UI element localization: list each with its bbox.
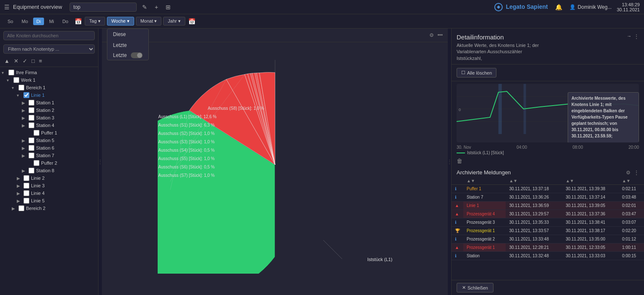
col-start[interactable]: ▲▼ — [506, 177, 562, 185]
splitter-right[interactable]: ⋮ — [448, 28, 451, 295]
tree-item-linie3[interactable]: ▶ Linie 3 — [0, 182, 98, 189]
uncheck-all-icon[interactable]: □ — [31, 57, 36, 65]
period-woche[interactable]: Woche ▾ — [107, 17, 134, 26]
letzte-toggle[interactable] — [131, 52, 143, 58]
chevron-bereich1[interactable]: ▾ — [12, 85, 17, 90]
checkbox-linie5[interactable] — [23, 198, 29, 204]
chevron-station2[interactable]: ▶ — [22, 108, 27, 113]
table-row[interactable]: ℹ Station 30.11.2021, 13:32:48 30.11.202… — [452, 252, 644, 260]
col-duration[interactable]: ▲▼ — [619, 177, 644, 185]
sort-icon[interactable]: ▲ — [3, 57, 10, 65]
splitter[interactable]: ⋮ — [99, 28, 102, 295]
tree-item-puffer1[interactable]: Puffer 1 — [0, 129, 98, 137]
edit-icon[interactable]: ✎ — [140, 3, 149, 11]
checkbox-linie1[interactable] — [23, 92, 29, 98]
delete-icon[interactable]: 🗑 — [457, 158, 462, 164]
checkbox-station6[interactable] — [29, 145, 34, 151]
chevron-station4[interactable]: ▶ — [22, 123, 27, 128]
checkbox-station1[interactable] — [29, 100, 34, 106]
chevron-linie1[interactable]: ▾ — [17, 93, 22, 98]
day-so[interactable]: So — [4, 18, 16, 25]
chevron-station6[interactable]: ▶ — [22, 146, 27, 150]
tree-item-station5[interactable]: ▶ Station 5 — [0, 137, 98, 144]
tree-item-station4[interactable]: ▶ Station 4 — [0, 122, 98, 129]
chevron-station3[interactable]: ▶ — [22, 116, 27, 120]
checkbox-linie4[interactable] — [23, 190, 29, 196]
checkbox-werk1[interactable] — [13, 77, 19, 83]
chevron-station5[interactable]: ▶ — [22, 138, 27, 143]
right-panel-more-icon[interactable]: ⋮ — [634, 34, 639, 39]
chevron-station1[interactable]: ▶ — [22, 101, 27, 105]
checkbox-station7[interactable] — [29, 153, 34, 158]
bell-icon[interactable]: 🔔 — [553, 3, 564, 11]
tree-item-station7[interactable]: ▶ Station 7 — [0, 152, 98, 159]
tree-item-linie2[interactable]: ▶ Linie 2 — [0, 174, 98, 182]
add-icon[interactable]: + — [153, 3, 160, 11]
table-row[interactable]: ℹ Station 7 30.11.2021, 13:36:26 30.11.2… — [452, 193, 644, 202]
chevron-bereich2[interactable]: ▶ — [12, 206, 17, 211]
checkbox-linie2[interactable] — [23, 175, 29, 181]
checkbox-station4[interactable] — [29, 122, 34, 128]
tree-item-werk1[interactable]: ▾ Werk 1 — [0, 76, 98, 84]
checkbox-station8[interactable] — [29, 168, 34, 173]
print-icon[interactable]: ⊞ — [164, 3, 173, 11]
clear-button[interactable]: ☐ Alle löschen — [457, 68, 496, 78]
period-monat[interactable]: Monat ▾ — [136, 17, 162, 26]
calendar-start-icon[interactable]: 📅 — [75, 18, 82, 25]
table-row[interactable]: ℹ Prozessgerät 3 30.11.2021, 13:35:33 30… — [452, 218, 644, 227]
table-row[interactable]: ▲ Prozessgerät 4 30.11.2021, 13:29:57 30… — [452, 210, 644, 218]
archive-more-icon[interactable]: ⋮ — [634, 170, 639, 176]
day-mo[interactable]: Mo — [18, 18, 31, 25]
close-button[interactable]: ✕ Schließen — [457, 283, 493, 292]
chevron-linie5[interactable]: ▶ — [17, 199, 22, 203]
col-icon[interactable] — [452, 177, 463, 185]
table-row[interactable]: ▲ Prozessgerät 1 30.11.2021, 12:28:21 30… — [452, 243, 644, 252]
checkbox-firma[interactable] — [8, 70, 14, 75]
tree-item-station3[interactable]: ▶ Station 3 — [0, 114, 98, 122]
col-name[interactable]: ▲▼ — [463, 177, 506, 185]
chevron-station8[interactable]: ▶ — [22, 168, 27, 173]
menu-icon[interactable]: ☰ — [4, 4, 10, 10]
check-all-icon[interactable]: ✓ — [22, 57, 28, 65]
tree-item-linie5[interactable]: ▶ Linie 5 — [0, 197, 98, 204]
tree-item-station2[interactable]: ▶ Station 2 — [0, 106, 98, 114]
checkbox-station2[interactable] — [29, 107, 34, 113]
node-type-filter[interactable]: Filtern nach Knotentyp ... — [3, 44, 95, 54]
center-filter-icon[interactable]: ⚙ — [429, 32, 434, 38]
chevron-station7[interactable]: ▶ — [22, 153, 27, 158]
table-row[interactable]: ℹ Prozessgerät 2 30.11.2021, 13:33:48 30… — [452, 235, 644, 243]
center-more-icon[interactable]: ••• — [437, 32, 443, 38]
table-row[interactable]: ℹ Puffer 1 30.11.2021, 13:37:18 30.11.20… — [452, 185, 644, 193]
tree-item-linie4[interactable]: ▶ Linie 4 — [0, 189, 98, 197]
day-mi[interactable]: Mi — [46, 18, 57, 25]
node-search-input[interactable] — [3, 31, 95, 40]
archive-filter-icon[interactable]: ⚙ — [626, 170, 631, 176]
checkbox-puffer2[interactable] — [34, 160, 39, 166]
tree-item-bereich1[interactable]: ▾ Bereich 1 — [0, 84, 98, 91]
checkbox-station3[interactable] — [29, 115, 34, 121]
calendar-end-icon[interactable]: 📅 — [188, 18, 195, 25]
day-di[interactable]: Di — [33, 18, 44, 25]
period-jahr[interactable]: Jahr ▾ — [163, 17, 185, 26]
chevron-werk1[interactable]: ▾ — [7, 78, 12, 83]
table-row[interactable]: ▲ Linie 1 30.11.2021, 13:36:59 30.11.202… — [452, 202, 644, 210]
close-icon[interactable]: ✕ — [13, 57, 19, 65]
checkbox-station5[interactable] — [29, 137, 34, 143]
period-tag[interactable]: Tag ▾ — [85, 17, 105, 26]
checkbox-bereich2[interactable] — [18, 205, 24, 211]
subtitle-arrow[interactable]: → — [627, 34, 631, 39]
chevron-linie3[interactable]: ▶ — [17, 184, 22, 188]
dropdown-diese[interactable]: Diese — [107, 29, 148, 40]
tree-item-station8[interactable]: ▶ Station 8 — [0, 167, 98, 174]
search-input[interactable] — [70, 3, 137, 12]
tree-item-puffer2[interactable]: Puffer 2 — [0, 159, 98, 167]
tree-item-firma[interactable]: ▾ Ihre Firma — [0, 69, 98, 76]
table-row[interactable]: 🏆 Prozessgerät 1 30.11.2021, 13:33:57 30… — [452, 227, 644, 235]
chevron-linie4[interactable]: ▶ — [17, 191, 22, 196]
checkbox-linie3[interactable] — [23, 183, 29, 189]
chevron-firma[interactable]: ▾ — [2, 70, 7, 75]
tree-item-linie1[interactable]: ▾ Linie 1 — [0, 91, 98, 99]
checkbox-bereich1[interactable] — [18, 85, 24, 91]
tree-item-station6[interactable]: ▶ Station 6 — [0, 144, 98, 152]
checkbox-puffer1[interactable] — [34, 130, 39, 136]
